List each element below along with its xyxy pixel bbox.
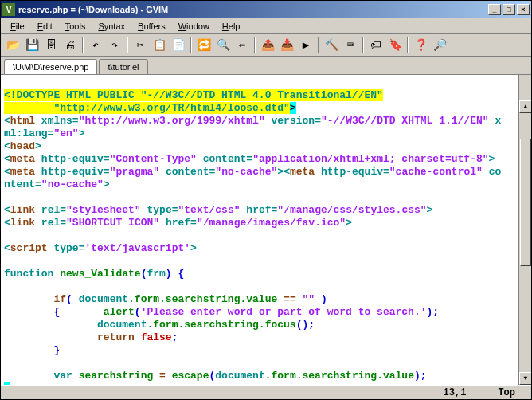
help-icon[interactable]: ❓ (412, 37, 429, 54)
menu-window[interactable]: Window (172, 20, 216, 33)
scroll-up-icon[interactable]: ▲ (519, 100, 531, 113)
menu-file[interactable]: File (4, 20, 31, 33)
replace-icon[interactable]: 🔁 (195, 37, 213, 54)
scroll-thumb[interactable] (520, 139, 531, 266)
savesession-icon[interactable]: 📥 (278, 37, 295, 54)
runscript-icon[interactable]: ▶ (297, 37, 315, 54)
make-icon[interactable]: 🔨 (323, 37, 340, 54)
tab-tutor[interactable]: t\tutor.el (99, 59, 147, 74)
editor[interactable]: <!DOCTYPE HTML PUBLIC "-//W3C//DTD HTML … (1, 74, 531, 385)
cut-icon[interactable]: ✂ (131, 37, 149, 54)
paste-icon[interactable]: 📄 (170, 37, 187, 54)
separator (127, 37, 128, 53)
scroll-position: Top (498, 387, 515, 398)
titlebar: V reserve.php = (~\Downloads) - GVIM _ □… (1, 1, 531, 18)
menubar: File Edit Tools Syntax Buffers Window He… (1, 18, 531, 34)
menu-tools[interactable]: Tools (59, 20, 92, 33)
maximize-button[interactable]: □ (503, 4, 515, 15)
separator (318, 37, 319, 53)
menu-edit[interactable]: Edit (31, 20, 59, 33)
code-content: <!DOCTYPE HTML PUBLIC "-//W3C//DTD HTML … (4, 89, 501, 385)
separator (407, 37, 409, 53)
saveall-icon[interactable]: 🗄 (42, 37, 60, 54)
separator (82, 37, 84, 53)
ctags-icon[interactable]: 🏷 (367, 37, 385, 54)
save-icon[interactable]: 💾 (23, 37, 41, 54)
tabbar: \U\M\D\reserve.php t\tutor.el (1, 57, 531, 74)
jumptag-icon[interactable]: 🔖 (386, 37, 404, 54)
copy-icon[interactable]: 📋 (151, 37, 168, 54)
loadsession-icon[interactable]: 📤 (259, 37, 276, 54)
cursor-position: 13,1 (444, 387, 467, 398)
undo-icon[interactable]: ↶ (87, 37, 104, 54)
redo-icon[interactable]: ↷ (106, 37, 123, 54)
window-title: reserve.php = (~\Downloads) - GVIM (18, 5, 168, 14)
minimize-button[interactable]: _ (488, 4, 501, 15)
findhelp-icon[interactable]: 🔎 (431, 37, 448, 54)
open-icon[interactable]: 📂 (4, 37, 22, 54)
tab-reserve[interactable]: \U\M\D\reserve.php (4, 59, 97, 75)
statusbar: 13,1 Top (1, 385, 531, 400)
toolbar: 📂 💾 🗄 🖨 ↶ ↷ ✂ 📋 📄 🔁 🔍 ⇐ 📤 📥 ▶ 🔨 ⌨ 🏷 🔖 ❓ … (1, 34, 531, 57)
find-icon[interactable]: 🔍 (214, 37, 232, 54)
scroll-down-icon[interactable]: ▼ (519, 372, 531, 385)
shell-icon[interactable]: ⌨ (342, 37, 359, 54)
close-button[interactable]: × (517, 4, 530, 15)
menu-syntax[interactable]: Syntax (92, 20, 131, 33)
gvim-icon: V (2, 3, 15, 16)
findprev-icon[interactable]: ⇐ (233, 37, 251, 54)
print-icon[interactable]: 🖨 (61, 37, 79, 54)
separator (362, 37, 364, 53)
menu-buffers[interactable]: Buffers (131, 20, 172, 33)
menu-help[interactable]: Help (216, 20, 247, 33)
separator (190, 37, 192, 53)
separator (254, 37, 256, 53)
vertical-scrollbar[interactable]: ▲ ▼ (518, 75, 531, 385)
